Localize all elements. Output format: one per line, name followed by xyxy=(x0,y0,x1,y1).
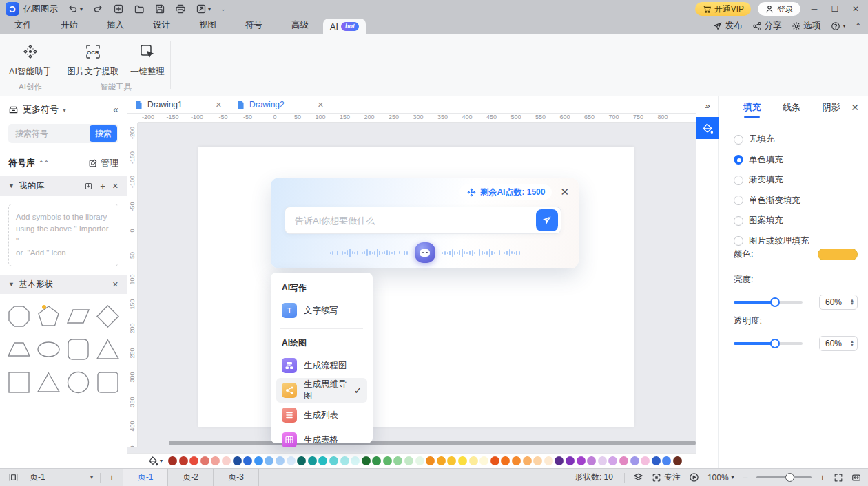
presentation-button[interactable] xyxy=(689,472,699,483)
fill-tool-tab[interactable] xyxy=(696,117,719,139)
vip-button[interactable]: 开通VIP xyxy=(695,2,751,16)
maximize-button[interactable]: ☐ xyxy=(828,4,842,14)
color-swatch[interactable] xyxy=(287,456,296,465)
shape-circle[interactable] xyxy=(63,368,93,397)
close-document-button[interactable]: ✕ xyxy=(216,101,222,109)
color-swatch[interactable] xyxy=(598,456,607,465)
layers-button[interactable] xyxy=(633,472,643,483)
color-swatch[interactable] xyxy=(447,456,456,465)
color-swatch[interactable] xyxy=(458,456,467,465)
collapse-ribbon-button[interactable]: ⌃ xyxy=(856,22,861,30)
brightness-slider[interactable] xyxy=(734,301,803,304)
color-swatch[interactable] xyxy=(318,456,327,465)
radio-button[interactable] xyxy=(734,135,743,145)
shape-square[interactable] xyxy=(4,368,34,397)
shape-diamond[interactable] xyxy=(93,302,123,330)
library-collapse-icon[interactable]: ⌃⌃ xyxy=(39,160,49,167)
color-swatch[interactable] xyxy=(254,456,263,465)
page-layout-icon[interactable] xyxy=(0,472,23,483)
zoom-in-button[interactable]: + xyxy=(820,472,825,483)
redo-button[interactable] xyxy=(92,3,103,14)
fill-color-swatch[interactable] xyxy=(818,249,858,260)
menu-tab-7[interactable]: 高级 xyxy=(277,19,323,34)
color-swatch[interactable] xyxy=(297,456,306,465)
fill-option[interactable]: 单色渐变填充 xyxy=(734,191,868,211)
import-icon[interactable] xyxy=(84,182,93,191)
fill-color-tool[interactable]: ▾ xyxy=(148,456,163,466)
color-swatch[interactable] xyxy=(673,456,682,465)
color-swatch[interactable] xyxy=(415,456,424,465)
fill-option[interactable]: 图案填充 xyxy=(734,211,868,231)
page-tab[interactable]: 页-1 xyxy=(123,469,168,486)
ai-prompt-input[interactable] xyxy=(295,215,536,226)
color-swatch[interactable] xyxy=(211,456,220,465)
ai-menu-item-mindmap[interactable]: 生成思维导图✓ xyxy=(276,378,367,403)
color-swatch[interactable] xyxy=(340,456,349,465)
color-swatch[interactable] xyxy=(566,456,575,465)
focus-mode-button[interactable]: 专注 xyxy=(652,472,681,483)
color-swatch[interactable] xyxy=(189,456,198,465)
close-document-button[interactable]: ✕ xyxy=(318,101,324,109)
color-swatch[interactable] xyxy=(265,456,273,465)
undo-button[interactable]: ▾ xyxy=(68,3,83,14)
expand-panel-button[interactable]: » xyxy=(696,101,719,111)
color-swatch[interactable] xyxy=(243,456,252,465)
color-swatch[interactable] xyxy=(351,456,360,465)
open-button[interactable] xyxy=(134,3,145,14)
ai-menu-item-text-write[interactable]: T文字续写 xyxy=(276,298,367,323)
print-button[interactable] xyxy=(175,3,186,14)
add-page-button[interactable]: + xyxy=(101,472,123,483)
manage-library-button[interactable]: 管理 xyxy=(88,157,118,169)
format-tab-inactive[interactable]: 阴影 xyxy=(812,97,851,118)
brightness-stepper[interactable]: 60%▲▼ xyxy=(819,295,858,310)
fill-option[interactable]: 无填充 xyxy=(734,129,868,150)
more-symbols-button[interactable]: 更多符号 xyxy=(23,103,59,116)
format-tab-active[interactable]: 填充 xyxy=(732,97,772,118)
shape-triangle[interactable] xyxy=(34,368,63,397)
color-swatch[interactable] xyxy=(276,456,285,465)
fullscreen-button[interactable] xyxy=(834,473,843,483)
fill-option[interactable]: 渐变填充 xyxy=(734,170,868,191)
shape-pentagon[interactable] xyxy=(34,302,63,330)
shape-rounded-square-small[interactable] xyxy=(93,368,123,397)
options-button[interactable]: 选项 xyxy=(792,20,821,32)
color-swatch[interactable] xyxy=(308,456,317,465)
page-tab[interactable]: 页-3 xyxy=(214,469,259,486)
close-panel-button[interactable]: ✕ xyxy=(851,102,859,113)
ai-menu-item-list[interactable]: 生成列表 xyxy=(276,403,367,427)
ai-send-button[interactable] xyxy=(536,209,558,231)
document-tab[interactable]: Drawing2✕ xyxy=(229,96,331,114)
drawing-viewport[interactable] xyxy=(138,123,696,447)
tab-ai[interactable]: AI hot xyxy=(323,19,366,34)
color-swatch[interactable] xyxy=(393,456,402,465)
color-swatch[interactable] xyxy=(469,456,478,465)
opacity-stepper[interactable]: 60%▲▼ xyxy=(819,336,858,351)
save-button[interactable] xyxy=(154,3,165,14)
page-tab[interactable]: 页-2 xyxy=(168,469,214,486)
zoom-level-dropdown[interactable]: 100%▾ xyxy=(707,473,734,483)
ai-mascot-icon[interactable] xyxy=(415,242,435,263)
export-button[interactable]: ▾ xyxy=(196,3,211,14)
color-swatch[interactable] xyxy=(619,456,628,465)
color-swatch[interactable] xyxy=(630,456,639,465)
color-swatch[interactable] xyxy=(544,456,553,465)
color-swatch[interactable] xyxy=(362,456,371,465)
collapse-sidebar-button[interactable]: « xyxy=(113,104,118,115)
fill-option[interactable]: 单色填充 xyxy=(734,150,868,171)
publish-button[interactable]: 发布 xyxy=(713,20,743,32)
color-swatch[interactable] xyxy=(168,456,177,465)
my-library-section-header[interactable]: ▼ 我的库 + ✕ xyxy=(0,176,127,196)
shape-parallelogram[interactable] xyxy=(63,302,93,330)
color-swatch[interactable] xyxy=(437,456,446,465)
color-swatch[interactable] xyxy=(329,456,338,465)
ai-points-badge[interactable]: 剩余AI点数: 1500 xyxy=(459,184,552,200)
close-window-button[interactable]: ✕ xyxy=(849,4,862,14)
fit-page-button[interactable] xyxy=(851,473,861,483)
login-button[interactable]: 登录 xyxy=(758,2,800,16)
menu-tab-3[interactable]: 插入 xyxy=(92,19,138,34)
shape-triangle[interactable] xyxy=(93,335,123,363)
format-tab-inactive[interactable]: 线条 xyxy=(772,97,811,118)
color-swatch[interactable] xyxy=(372,456,381,465)
color-swatch[interactable] xyxy=(662,456,671,465)
color-swatch[interactable] xyxy=(426,456,435,465)
